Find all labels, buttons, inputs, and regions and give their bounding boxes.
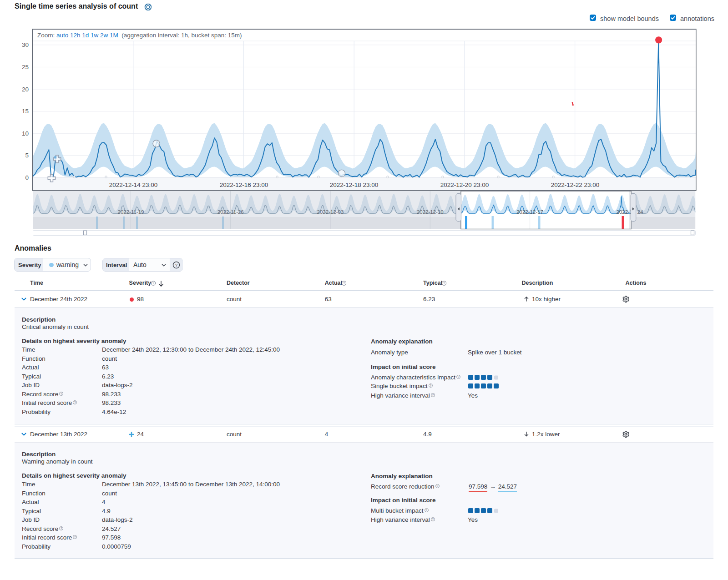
svg-text:?: ? — [152, 281, 154, 285]
svg-text:2022-12-22 23:00: 2022-12-22 23:00 — [551, 182, 600, 188]
svg-text:15: 15 — [22, 108, 29, 115]
svg-text:2022-12-10: 2022-12-10 — [417, 209, 444, 215]
svg-text:2022-11-19: 2022-11-19 — [118, 209, 144, 215]
svg-text:2022-12-20 23:00: 2022-12-20 23:00 — [440, 182, 489, 188]
svg-text:0: 0 — [25, 174, 29, 181]
svg-text:25: 25 — [22, 64, 29, 71]
svg-text:2022-12-17: 2022-12-17 — [516, 209, 543, 215]
svg-text:Zoom: auto 12h 1d 1w 2w 1M (a: Zoom: auto 12h 1d 1w 2w 1M (aggregation … — [37, 32, 242, 39]
svg-text:5: 5 — [25, 152, 29, 159]
svg-text:24: 24 — [637, 209, 643, 215]
svg-text:?: ? — [343, 281, 345, 285]
svg-text:20: 20 — [22, 86, 29, 93]
svg-text:?: ? — [443, 281, 445, 285]
svg-text:2022-12-03: 2022-12-03 — [317, 209, 344, 215]
svg-text:2022-11-26: 2022-11-26 — [217, 209, 244, 215]
svg-text:2022-12-14 23:00: 2022-12-14 23:00 — [109, 182, 158, 188]
svg-text:?: ? — [175, 263, 177, 267]
svg-text:2022-12-18 23:00: 2022-12-18 23:00 — [330, 182, 379, 188]
svg-text:2022-12-16 23:00: 2022-12-16 23:00 — [220, 182, 268, 188]
svg-text:10: 10 — [22, 130, 29, 137]
svg-text:30: 30 — [22, 41, 29, 48]
